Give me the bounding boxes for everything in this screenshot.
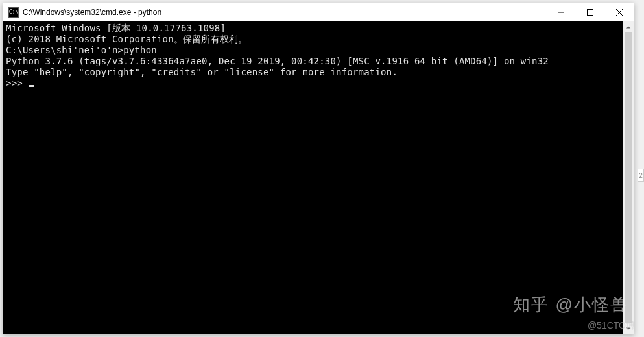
close-icon bbox=[616, 9, 623, 16]
terminal-line: Type "help", "copyright", "credits" or "… bbox=[6, 67, 620, 78]
scrollbar-track[interactable] bbox=[623, 32, 634, 323]
terminal-cursor bbox=[29, 85, 34, 87]
window-controls bbox=[546, 3, 634, 21]
client-area: Microsoft Windows [版本 10.0.17763.1098](c… bbox=[3, 21, 634, 334]
scroll-up-button[interactable] bbox=[623, 21, 634, 32]
vertical-scrollbar[interactable] bbox=[623, 21, 634, 334]
terminal-line: (c) 2018 Microsoft Corporation。保留所有权利。 bbox=[6, 34, 620, 45]
scroll-down-button[interactable] bbox=[623, 323, 634, 334]
scrollbar-thumb[interactable] bbox=[625, 32, 632, 323]
chevron-down-icon bbox=[626, 326, 631, 331]
titlebar[interactable]: C:\ C:\Windows\system32\cmd.exe - python bbox=[3, 3, 634, 21]
chevron-up-icon bbox=[626, 25, 631, 30]
close-button[interactable] bbox=[604, 3, 634, 21]
maximize-button[interactable] bbox=[575, 3, 604, 21]
edge-marker: 2 bbox=[638, 169, 644, 182]
terminal-line: C:\Users\shi'nei'o'n>python bbox=[6, 45, 620, 56]
svg-rect-0 bbox=[587, 10, 593, 16]
cmd-window: C:\ C:\Windows\system32\cmd.exe - python… bbox=[3, 3, 634, 334]
terminal-output[interactable]: Microsoft Windows [版本 10.0.17763.1098](c… bbox=[3, 21, 623, 334]
terminal-line: Python 3.7.6 (tags/v3.7.6:43364a7ae0, De… bbox=[6, 56, 620, 67]
window-title: C:\Windows\system32\cmd.exe - python bbox=[23, 8, 546, 17]
cmd-icon: C:\ bbox=[8, 7, 19, 18]
maximize-icon bbox=[587, 9, 593, 16]
minimize-button[interactable] bbox=[546, 3, 575, 21]
terminal-line: >>> bbox=[6, 78, 620, 89]
minimize-icon bbox=[558, 9, 564, 16]
terminal-line: Microsoft Windows [版本 10.0.17763.1098] bbox=[6, 23, 620, 34]
